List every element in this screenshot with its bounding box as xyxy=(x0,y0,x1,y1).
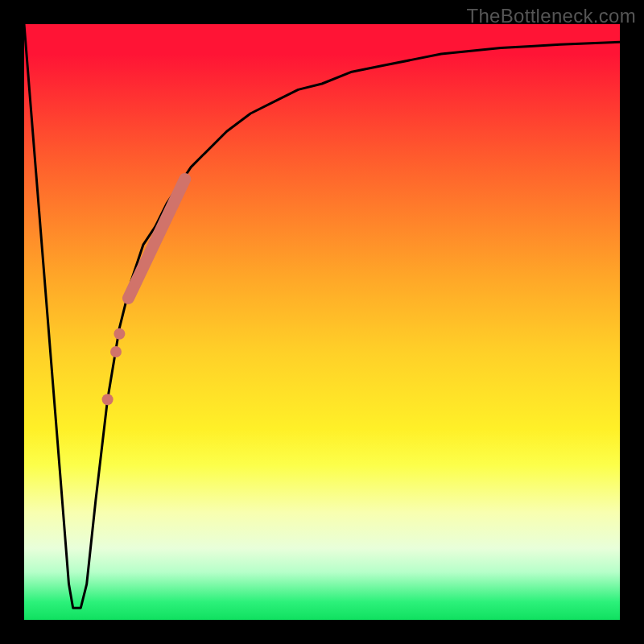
plot-area xyxy=(24,24,620,620)
highlight-dot xyxy=(102,394,114,405)
highlight-dot xyxy=(114,328,125,340)
curve-layer xyxy=(24,24,620,620)
watermark-text: TheBottleneck.com xyxy=(466,5,636,27)
chart-frame: TheBottleneck.com xyxy=(0,0,644,644)
highlight-band xyxy=(129,179,185,298)
bottleneck-curve xyxy=(24,24,620,608)
highlight-dot xyxy=(110,346,122,357)
